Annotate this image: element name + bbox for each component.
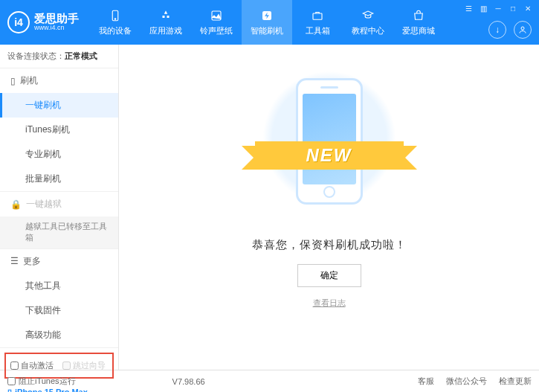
jailbreak-info: 越狱工具已转移至工具箱 [0,216,118,248]
download-button[interactable]: ↓ [488,21,506,39]
success-message: 恭喜您，保资料刷机成功啦！ [252,238,407,252]
maximize-button[interactable]: □ [506,3,520,13]
logo-area: i4 爱思助手 www.i4.cn [0,11,90,33]
nav-flash[interactable]: 智能刷机 [242,0,292,45]
footer-update[interactable]: 检查更新 [499,376,532,387]
device-name[interactable]: ▯iPhone 15 Pro Max [7,388,111,392]
svg-point-1 [114,19,116,20]
store-icon [411,8,426,23]
sidebar-item-itunes[interactable]: iTunes刷机 [0,118,118,142]
main-content: NEW 恭喜您，保资料刷机成功啦！ 确定 查看日志 [119,45,539,370]
connection-status: 设备连接状态：正常模式 [0,45,118,68]
svg-rect-4 [313,13,322,19]
flash-icon [259,8,274,23]
sidebar-item-tools[interactable]: 其他工具 [0,274,118,298]
phone-icon: ▯ [10,76,16,86]
device-icon [108,8,123,23]
lock-icon: 🔒 [10,199,22,210]
nav-my-device[interactable]: 我的设备 [90,0,141,45]
sidebar-item-advanced[interactable]: 高级功能 [0,323,118,347]
sidebar-group-more[interactable]: ☰更多 [0,249,118,274]
options-box: 自动激活 跳过向导 [4,353,114,379]
lock-icon[interactable]: ▥ [477,3,490,13]
skip-guide-checkbox[interactable]: 跳过向导 [62,360,106,371]
view-log-link[interactable]: 查看日志 [313,298,346,309]
brand-url: www.i4.cn [34,25,79,32]
sidebar-item-firmware[interactable]: 下载固件 [0,298,118,323]
phones-icon: ▯ [7,388,12,392]
sidebar-group-flash[interactable]: ▯刷机 [0,68,118,93]
menu-icon[interactable]: ☰ [462,3,475,13]
top-nav: 我的设备 应用游戏 铃声壁纸 智能刷机 工具箱 教程中心 爱思商城 [90,0,444,45]
user-button[interactable] [514,21,532,39]
nav-store[interactable]: 爱思商城 [393,0,444,45]
sidebar-group-jailbreak[interactable]: 🔒一键越狱 [0,192,118,216]
sidebar-item-batch[interactable]: 批量刷机 [0,167,118,191]
minimize-button[interactable]: ─ [491,3,505,13]
close-button[interactable]: ✕ [521,3,535,13]
logo-icon: i4 [7,11,30,33]
window-controls: ☰ ▥ ─ □ ✕ [462,3,535,13]
toolbox-icon [310,8,325,23]
nav-tutorials[interactable]: 教程中心 [343,0,393,45]
ok-button[interactable]: 确定 [297,264,361,287]
nav-ringtones[interactable]: 铃声壁纸 [191,0,242,45]
block-itunes-checkbox[interactable]: 阻止iTunes运行 [7,376,76,387]
sidebar-item-oneclick[interactable]: 一键刷机 [0,93,118,118]
version-label: V7.98.66 [172,377,205,386]
nav-apps[interactable]: 应用游戏 [141,0,191,45]
menu-icon: ☰ [10,256,19,266]
app-header: i4 爱思助手 www.i4.cn 我的设备 应用游戏 铃声壁纸 智能刷机 工具… [0,0,539,45]
footer-wechat[interactable]: 微信公众号 [446,376,487,387]
nav-toolbox[interactable]: 工具箱 [292,0,343,45]
new-ribbon: NEW [255,141,404,170]
footer-support[interactable]: 客服 [418,376,434,387]
sidebar-item-pro[interactable]: 专业刷机 [0,142,118,167]
tutorial-icon [361,8,375,23]
svg-point-5 [521,27,524,30]
brand-name: 爱思助手 [34,13,79,25]
auto-activate-checkbox[interactable]: 自动激活 [10,360,54,371]
apps-icon [158,8,173,23]
success-illustration: NEW [262,71,396,219]
sidebar: 设备连接状态：正常模式 ▯刷机 一键刷机 iTunes刷机 专业刷机 批量刷机 … [0,45,119,370]
wallpaper-icon [209,8,224,23]
